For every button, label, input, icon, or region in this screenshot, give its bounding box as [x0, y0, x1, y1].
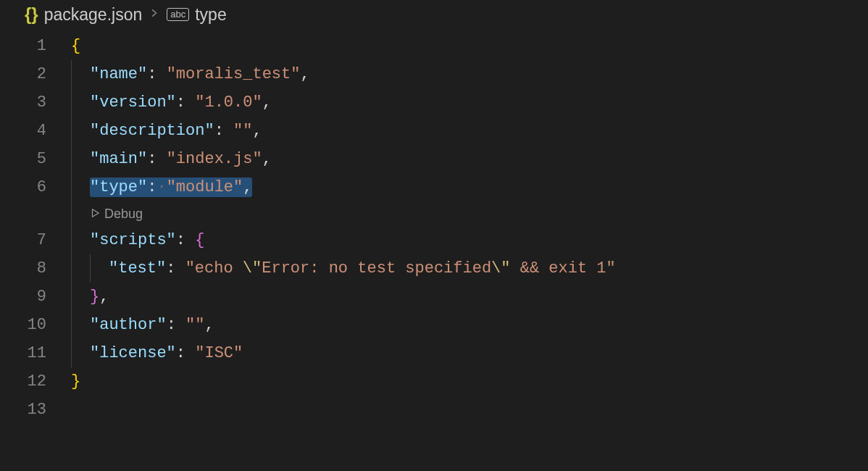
debug-label: Debug — [104, 207, 143, 222]
code-line[interactable]: 2 "name": "moralis_test", — [0, 60, 868, 88]
code-line[interactable]: 12 } — [0, 367, 868, 396]
codelens-row: Debug — [0, 201, 868, 226]
line-number: 3 — [37, 93, 46, 112]
line-number: 13 — [28, 401, 46, 419]
code-line[interactable]: 11 "license": "ISC" — [0, 339, 868, 367]
line-number: 9 — [37, 288, 46, 306]
debug-codelens[interactable]: Debug — [90, 207, 143, 222]
json-file-icon: {} — [25, 4, 38, 25]
code-line[interactable]: 3 "version": "1.0.0", — [0, 88, 868, 117]
line-number: 12 — [28, 372, 46, 391]
line-number: 5 — [37, 150, 46, 168]
breadcrumb-symbol[interactable]: type — [195, 5, 226, 25]
line-number: 8 — [37, 259, 46, 278]
code-editor[interactable]: 1 { 2 "name": "moralis_test", 3 "version… — [0, 28, 868, 424]
code-line[interactable]: 7 "scripts": { — [0, 226, 868, 254]
code-line[interactable]: 8 "test": "echo \"Error: no test specifi… — [0, 254, 868, 283]
code-line[interactable]: 1 { — [0, 32, 868, 60]
code-line[interactable]: 13 — [0, 396, 868, 424]
line-number: 1 — [37, 37, 46, 55]
line-number: 11 — [28, 344, 46, 362]
code-line[interactable]: 10 "author": "", — [0, 311, 868, 339]
code-line-highlighted[interactable]: 6 "type":·"module", — [0, 173, 868, 201]
line-number: 2 — [37, 65, 46, 83]
code-line[interactable]: 9 }, — [0, 283, 868, 311]
breadcrumb-file[interactable]: package.json — [44, 5, 143, 25]
chevron-right-icon — [149, 8, 159, 21]
code-line[interactable]: 5 "main": "index.js", — [0, 145, 868, 173]
open-brace: { — [71, 37, 80, 55]
line-number: 10 — [28, 316, 46, 334]
line-number: 7 — [37, 231, 46, 249]
play-icon — [90, 208, 100, 220]
string-type-icon: abc — [167, 8, 189, 21]
line-number: 6 — [37, 178, 46, 196]
breadcrumb[interactable]: {} package.json abc type — [0, 0, 868, 28]
code-line[interactable]: 4 "description": "", — [0, 117, 868, 145]
line-number: 4 — [37, 122, 46, 140]
